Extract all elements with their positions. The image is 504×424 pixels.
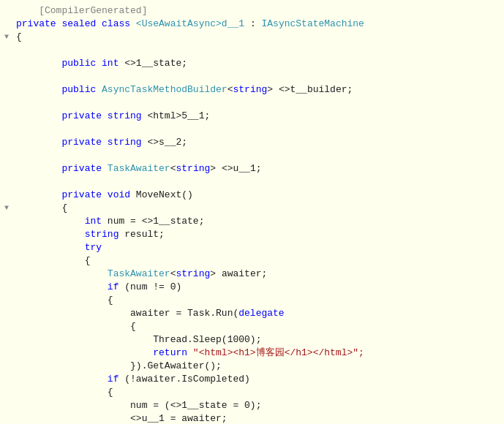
code-line: num = (<>1__state = 0); [0,399,504,412]
token: string [108,110,142,121]
code-line: { [0,294,504,307]
code-line: return "<html><h1>博客园</h1></html>"; [0,347,504,360]
token: }).GetAwaiter(); [130,360,222,371]
token: private [16,18,61,29]
code-line [0,175,504,189]
token: Thread.Sleep(1000); [153,334,261,345]
code-line: try [0,241,504,254]
token: result; [119,229,164,240]
code-line: private sealed class <UseAwaitAsync>d__1… [0,18,504,31]
token: > <>u__1; [210,163,261,174]
code-line: awaiter = Task.Run(delegate [0,307,504,320]
token: <>u__1 = awaiter; [130,413,227,424]
line-code: if (!awaiter.IsCompleted) [13,373,504,386]
token: { [108,295,113,306]
code-line [0,44,504,57]
token: > <>t__builder; [267,84,353,95]
line-code: { [13,202,504,215]
line-code: private TaskAwaiter<string> <>u__1; [13,162,504,175]
code-editor: [CompilerGenerated]private sealed class … [0,0,504,424]
line-code: <>u__1 = awaiter; [13,412,504,424]
token: num = <>1__state; [102,216,204,227]
line-code: string result; [13,228,504,241]
line-code: }).GetAwaiter(); [13,360,504,373]
code-line: ▼{ [0,31,504,44]
token: string [108,137,142,148]
token: private [61,163,107,174]
token: return [153,347,193,358]
token: <>s__2; [142,137,187,148]
token: if [108,281,119,292]
token: public [61,84,102,95]
token: "<html><h1>博客园</h1></html>"; [193,347,364,358]
line-code: private sealed class <UseAwaitAsync>d__1… [13,18,504,31]
line-code: TaskAwaiter<string> awaiter; [13,268,504,281]
line-code: [CompilerGenerated] [13,4,504,18]
code-line: private TaskAwaiter<string> <>u__1; [0,162,504,175]
code-line: { [0,386,504,399]
code-line [0,70,504,83]
token: private [61,189,107,200]
token: { [130,321,136,332]
code-line: ▼ { [0,202,504,215]
token: sealed [61,18,102,29]
token: class [102,18,136,29]
token: if [108,374,119,385]
token: TaskAwaiter [108,268,170,279]
code-line: TaskAwaiter<string> awaiter; [0,268,504,281]
line-code: awaiter = Task.Run(delegate [13,307,504,320]
code-line: if (!awaiter.IsCompleted) [0,373,504,386]
token: string [85,229,119,240]
token: int [102,58,119,69]
token: private [61,110,107,121]
line-code: { [13,386,504,399]
code-line: [CompilerGenerated] [0,4,504,18]
code-line: Thread.Sleep(1000); [0,333,504,347]
token: <>1__state; [119,58,187,69]
token: <html>5__1; [142,110,211,121]
token: int [85,216,102,227]
token: (num != 0) [119,281,181,292]
token: num = (<>1__state = 0); [130,400,261,411]
line-code: Thread.Sleep(1000); [13,333,504,347]
line-code: if (num != 0) [13,281,504,294]
line-gutter: ▼ [0,202,13,215]
token: IAsyncStateMachine [261,18,364,29]
token: : [244,18,261,29]
token: private [61,137,107,148]
token: (!awaiter.IsCompleted) [119,374,249,385]
line-code: { [13,31,504,44]
line-code: return "<html><h1>博客园</h1></html>"; [13,347,504,360]
token: try [85,242,102,253]
code-line [0,123,504,136]
token: awaiter = Task.Run( [130,308,238,319]
token: string [176,268,210,279]
token: string [233,84,267,95]
line-code: private string <html>5__1; [13,110,504,123]
code-line [0,149,504,162]
code-line: <>u__1 = awaiter; [0,412,504,424]
token: TaskAwaiter [108,163,170,174]
line-code: try [13,241,504,254]
code-line [0,96,504,110]
line-code: public int <>1__state; [13,57,504,70]
line-code: num = (<>1__state = 0); [13,399,504,412]
code-line: }).GetAwaiter(); [0,360,504,373]
line-code: { [13,254,504,268]
token: { [16,31,22,42]
token: > awaiter; [210,268,267,279]
token: <UseAwaitAsync>d__1 [136,18,244,29]
token: [CompilerGenerated] [39,5,147,16]
token: MoveNext() [130,189,193,200]
code-line: string result; [0,228,504,241]
line-code: private string <>s__2; [13,136,504,149]
code-line: { [0,254,504,268]
line-code: { [13,320,504,333]
code-line: if (num != 0) [0,281,504,294]
code-line: { [0,320,504,333]
token: { [61,202,67,213]
token: public [61,58,102,69]
token: { [108,387,113,398]
line-code: { [13,294,504,307]
code-line: private string <html>5__1; [0,110,504,123]
